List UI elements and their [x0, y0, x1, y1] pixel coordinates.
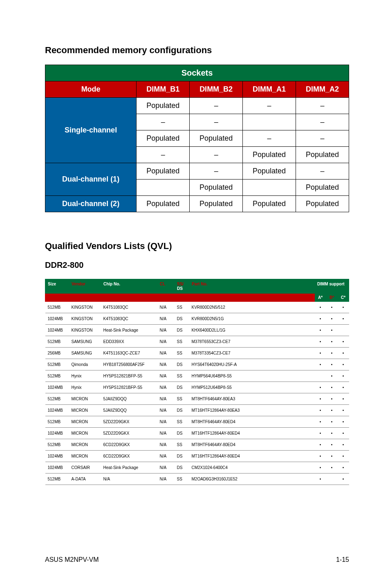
table-cell: M378T6553CZ3-CE7 [189, 336, 315, 348]
table-row: 1024MBMICRON5JAIIZ9DQQN/ADSMT16HTF12864A… [45, 405, 349, 416]
table-cell: 1024MB [45, 451, 69, 462]
table-cell: 1024MB [45, 462, 69, 474]
table-cell: • [315, 393, 326, 405]
table-cell: MICRON [69, 439, 101, 451]
table-cell: HYMP512U64BP8-S5 [189, 382, 315, 393]
table-cell: N/A [157, 336, 175, 348]
table-cell: SAMSUNG [69, 336, 101, 348]
table-cell: DS [175, 382, 189, 393]
table-cell: • [315, 313, 326, 325]
table-cell: 256MB [45, 348, 69, 359]
table-cell: SS [175, 302, 189, 313]
table-cell: • [326, 359, 338, 370]
table-cell: 512MB [45, 370, 69, 382]
table-cell: MICRON [69, 393, 101, 405]
table-cell: Populated [243, 196, 296, 212]
qvl-header-ss-text: SS/ [177, 282, 186, 286]
heading-qvl: Qualified Vendors Lists (QVL) [45, 241, 349, 251]
table-cell: Populated [190, 180, 243, 196]
table-cell: Qimonda [69, 359, 101, 370]
qvl-header-vendor: Vendor [69, 279, 101, 294]
table-cell: MT16HTF12864AY-80ED4 [189, 428, 315, 439]
table-cell: Populated [243, 163, 296, 180]
table-cell: 5ZD22D9GKX [101, 428, 157, 439]
qvl-header-dimm-support: DIMM support [315, 279, 349, 294]
table-cell: SAMSUNG [69, 348, 101, 359]
table-cell: N/A [157, 393, 175, 405]
mode-header: Mode [45, 81, 137, 98]
table-cell: • [338, 313, 349, 325]
table-cell: N/A [157, 325, 175, 336]
table-cell: Populated [296, 147, 349, 163]
table-cell: N/A [157, 348, 175, 359]
table-cell: • [315, 439, 326, 451]
table-cell: HYS64T64020HU-25F-A [189, 359, 315, 370]
table-cell: KINGSTON [69, 313, 101, 325]
table-cell: • [338, 474, 349, 485]
table-cell: N/A [157, 428, 175, 439]
page-footer: ASUS M2NPV-VM 1-15 [45, 556, 349, 563]
table-cell: • [338, 302, 349, 313]
table-row: 1024MBMICRON6CD22D9GKXN/ADSMT16HTF12864A… [45, 451, 349, 462]
table-cell: KINGSTON [69, 325, 101, 336]
table-cell: MT8HTF6464AY-80EA3 [189, 393, 315, 405]
table-cell: • [338, 428, 349, 439]
col-dimm-a2: DIMM_A2 [296, 81, 349, 98]
table-row: 512MBMICRON6CD22D9GKXN/ASSMT8HTF6464AY-8… [45, 439, 349, 451]
table-cell: – [243, 98, 296, 114]
table-cell [326, 474, 338, 485]
table-cell: • [326, 382, 338, 393]
table-cell: MICRON [69, 428, 101, 439]
table-cell: Hynix [69, 370, 101, 382]
footer-product-name: ASUS M2NPV-VM [45, 556, 99, 563]
table-cell: Heat-Sink Package [101, 325, 157, 336]
qvl-header-cl: CL [157, 279, 175, 294]
table-cell: KHX6400D2LL/1G [189, 325, 315, 336]
qvl-subheader-blank [45, 294, 315, 302]
table-cell: • [326, 302, 338, 313]
table-cell: • [338, 405, 349, 416]
sockets-title: Sockets [45, 65, 349, 81]
table-cell: • [338, 336, 349, 348]
table-cell: 5JAIIZ9DQQ [101, 405, 157, 416]
table-cell: • [326, 439, 338, 451]
table-cell: M2OAD6G3H3160J1E52 [189, 474, 315, 485]
table-cell: N/A [157, 439, 175, 451]
table-row: 512MBQimondaHYB18T256800AF25FN/ADSHYS64T… [45, 359, 349, 370]
table-cell: Populated [296, 196, 349, 212]
qvl-header-b: B* [326, 294, 338, 302]
sockets-table: Sockets Mode DIMM_B1 DIMM_B2 DIMM_A1 DIM… [45, 65, 349, 212]
table-cell: N/A [157, 370, 175, 382]
table-cell: SS [175, 336, 189, 348]
table-cell: • [315, 348, 326, 359]
table-cell: • [326, 451, 338, 462]
table-cell: • [338, 451, 349, 462]
table-cell: KVR800D2N5/1G [189, 313, 315, 325]
table-row: 1024MBCORSAIRHeat-Sink PackageN/ADSCM2X1… [45, 462, 349, 474]
table-cell: – [296, 163, 349, 180]
table-cell: 512MB [45, 359, 69, 370]
table-cell: – [296, 130, 349, 147]
table-cell: Populated [190, 130, 243, 147]
table-cell: – [190, 98, 243, 114]
table-cell: – [190, 114, 243, 130]
table-cell: SS [175, 348, 189, 359]
table-cell: • [326, 348, 338, 359]
table-cell: • [326, 336, 338, 348]
table-row: 512MBMICRON5JAIIZ9DQQN/ASSMT8HTF6464AY-8… [45, 393, 349, 405]
table-cell: KINGSTON [69, 302, 101, 313]
table-cell: • [326, 462, 338, 474]
table-cell: K4T51083QC [101, 313, 157, 325]
table-cell: Hynix [69, 382, 101, 393]
table-cell: MICRON [69, 416, 101, 428]
table-cell: A-DATA [69, 474, 101, 485]
table-cell: N/A [101, 474, 157, 485]
table-cell: DS [175, 428, 189, 439]
table-cell: 5JAIIZ9DQQ [101, 393, 157, 405]
table-cell [137, 180, 190, 196]
table-cell: Populated [137, 98, 190, 114]
table-cell: • [338, 439, 349, 451]
table-cell: 1024MB [45, 382, 69, 393]
table-cell: N/A [157, 359, 175, 370]
table-cell: – [137, 147, 190, 163]
